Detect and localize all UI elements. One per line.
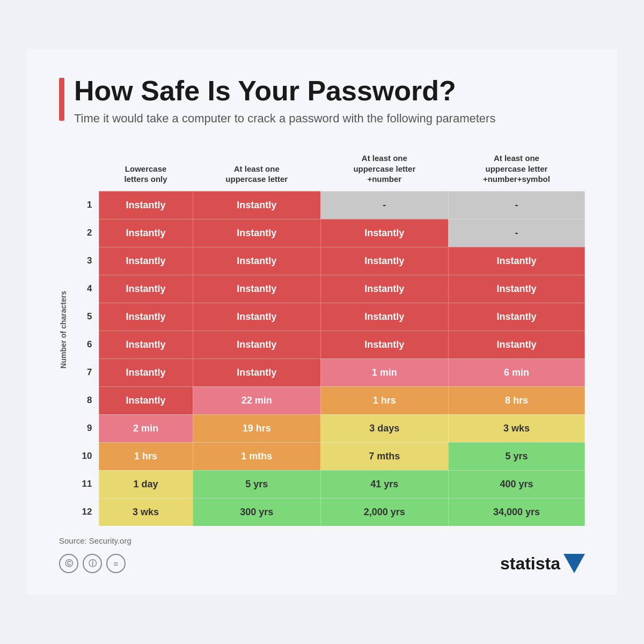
table-cell: Instantly	[320, 275, 448, 303]
table-row: 6InstantlyInstantlyInstantlyInstantly	[72, 331, 585, 358]
table-row: 5InstantlyInstantlyInstantlyInstantly	[72, 303, 585, 331]
table-cell: Instantly	[193, 358, 320, 386]
table-cell: 34,000 yrs	[448, 498, 584, 526]
table-cell: 2 min	[99, 414, 193, 442]
table-cell: 5 yrs	[448, 442, 584, 470]
title-section: How Safe Is Your Password? Time it would…	[59, 76, 585, 127]
table-cell: 6 min	[448, 358, 584, 386]
col-header-uppercase: At least oneuppercase letter	[193, 149, 320, 191]
table-cell: 5 yrs	[193, 470, 320, 498]
table-body: 1InstantlyInstantly--2InstantlyInstantly…	[72, 191, 585, 526]
cc-icon-equal: =	[106, 554, 126, 573]
col-header-uppercase-number: At least oneuppercase letter+number	[320, 149, 448, 191]
table-row: 111 day5 yrs41 yrs400 yrs	[72, 470, 585, 498]
table-cell: Instantly	[193, 303, 320, 331]
table-row: 7InstantlyInstantly1 min6 min	[72, 358, 585, 386]
col-header-uppercase-number-symbol: At least oneuppercase letter+number+symb…	[448, 149, 584, 191]
table-cell: 19 hrs	[193, 414, 320, 442]
statista-logo: statista	[500, 554, 585, 574]
table-cell: Instantly	[448, 331, 584, 358]
subtitle: Time it would take a computer to crack a…	[74, 111, 495, 127]
table-header-row: Lowercaseletters only At least oneupperc…	[72, 149, 585, 191]
table-row: 123 wks300 yrs2,000 yrs34,000 yrs	[72, 498, 585, 526]
main-title: How Safe Is Your Password?	[74, 76, 495, 106]
table-container: Number of characters Lowercaseletters on…	[59, 133, 585, 526]
table-cell: Instantly	[99, 331, 193, 358]
table-row: 101 hrs1 mths7 mths5 yrs	[72, 442, 585, 470]
row-number: 1	[72, 191, 99, 219]
row-number: 3	[72, 247, 99, 275]
table-cell: 400 yrs	[448, 470, 584, 498]
table-cell: 2,000 yrs	[320, 498, 448, 526]
table-cell: Instantly	[320, 331, 448, 358]
row-number: 2	[72, 219, 99, 247]
table-cell: 8 hrs	[448, 386, 584, 414]
title-text-block: How Safe Is Your Password? Time it would…	[74, 76, 495, 127]
table-cell: 3 wks	[448, 414, 584, 442]
table-cell: 1 hrs	[99, 442, 193, 470]
row-number: 4	[72, 275, 99, 303]
col-header-lowercase: Lowercaseletters only	[99, 149, 193, 191]
table-cell: Instantly	[448, 275, 584, 303]
table-cell: 1 min	[320, 358, 448, 386]
table-cell: 3 days	[320, 414, 448, 442]
table-cell: Instantly	[99, 358, 193, 386]
table-row: 3InstantlyInstantlyInstantlyInstantly	[72, 247, 585, 275]
row-number: 6	[72, 331, 99, 358]
table-cell: Instantly	[99, 247, 193, 275]
table-cell: 1 mths	[193, 442, 320, 470]
infographic-card: How Safe Is Your Password? Time it would…	[27, 49, 617, 595]
table-cell: 1 day	[99, 470, 193, 498]
source-label: Source: Security.org	[59, 536, 585, 545]
table-cell: 41 yrs	[320, 470, 448, 498]
table-cell: -	[320, 191, 448, 219]
table-cell: Instantly	[99, 275, 193, 303]
table-cell: Instantly	[448, 247, 584, 275]
table-cell: -	[448, 191, 584, 219]
cc-icon-copyright: Ⓒ	[59, 554, 78, 573]
col-header-empty	[72, 149, 99, 191]
footer: Ⓒ ⓘ = statista	[59, 554, 585, 574]
table-cell: Instantly	[320, 219, 448, 247]
row-number: 12	[72, 498, 99, 526]
table-cell: Instantly	[193, 275, 320, 303]
table-row: 2InstantlyInstantlyInstantly-	[72, 219, 585, 247]
table-cell: Instantly	[193, 247, 320, 275]
table-cell: Instantly	[99, 219, 193, 247]
table-cell: Instantly	[320, 247, 448, 275]
table-row: 1InstantlyInstantly--	[72, 191, 585, 219]
table-cell: Instantly	[193, 331, 320, 358]
table-cell: Instantly	[320, 303, 448, 331]
table-row: 4InstantlyInstantlyInstantlyInstantly	[72, 275, 585, 303]
row-number: 7	[72, 358, 99, 386]
table-cell: Instantly	[99, 303, 193, 331]
table-cell: Instantly	[193, 191, 320, 219]
table-cell: 7 mths	[320, 442, 448, 470]
table-cell: 1 hrs	[320, 386, 448, 414]
table-row: 92 min19 hrs3 days3 wks	[72, 414, 585, 442]
row-number: 8	[72, 386, 99, 414]
y-axis-label: Number of characters	[59, 291, 68, 369]
statista-text: statista	[500, 554, 560, 574]
table-cell: -	[448, 219, 584, 247]
table-wrap: Lowercaseletters only At least oneupperc…	[72, 149, 585, 526]
table-cell: Instantly	[99, 191, 193, 219]
table-cell: Instantly	[99, 386, 193, 414]
cc-icon-info: ⓘ	[83, 554, 102, 573]
red-accent-bar	[59, 78, 64, 121]
table-cell: Instantly	[448, 303, 584, 331]
statista-triangle-icon	[564, 554, 585, 573]
table-cell: 22 min	[193, 386, 320, 414]
table-cell: 300 yrs	[193, 498, 320, 526]
row-number: 9	[72, 414, 99, 442]
cc-icons-group: Ⓒ ⓘ =	[59, 554, 126, 573]
row-number: 5	[72, 303, 99, 331]
table-cell: 3 wks	[99, 498, 193, 526]
row-number: 11	[72, 470, 99, 498]
table-row: 8Instantly22 min1 hrs8 hrs	[72, 386, 585, 414]
row-number: 10	[72, 442, 99, 470]
password-table: Lowercaseletters only At least oneupperc…	[72, 149, 585, 526]
table-cell: Instantly	[193, 219, 320, 247]
